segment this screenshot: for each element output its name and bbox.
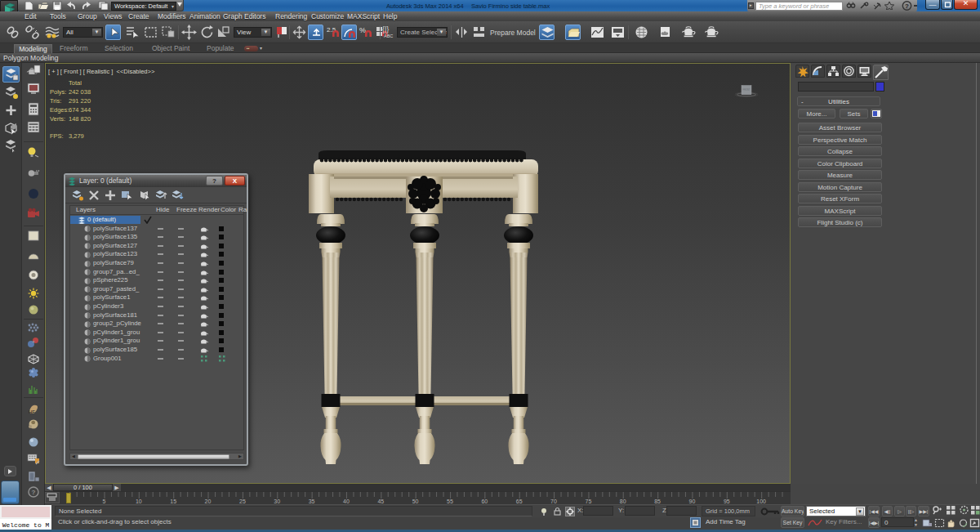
svg-text:10: 10: [136, 498, 142, 504]
svg-text:{|}: {|}: [382, 25, 389, 34]
svg-text:90: 90: [689, 498, 696, 504]
svg-text:ABC: ABC: [384, 34, 393, 38]
svg-text:HF: HF: [29, 409, 35, 414]
svg-text:45: 45: [377, 498, 384, 504]
svg-text:75: 75: [586, 498, 592, 504]
svg-text:70: 70: [550, 498, 557, 504]
svg-text:80: 80: [620, 498, 626, 504]
svg-text:FRONT: FRONT: [743, 88, 751, 92]
svg-text:50: 50: [412, 498, 419, 504]
svg-text:15: 15: [170, 498, 176, 504]
svg-text:85: 85: [654, 498, 661, 504]
svg-text:25: 25: [239, 498, 246, 504]
svg-text:?: ?: [32, 489, 36, 496]
svg-text:60: 60: [481, 498, 488, 504]
svg-text:65: 65: [516, 498, 523, 504]
svg-text:95: 95: [724, 498, 730, 504]
svg-text:%: %: [359, 26, 366, 34]
svg-text:30: 30: [274, 498, 280, 504]
svg-text:35: 35: [309, 498, 315, 504]
svg-text:100: 100: [756, 498, 766, 504]
svg-text:55: 55: [447, 498, 453, 504]
svg-text:20: 20: [205, 498, 212, 504]
svg-text:5: 5: [103, 498, 106, 504]
svg-text:40: 40: [343, 498, 350, 504]
svg-text:?: ?: [905, 2, 909, 10]
